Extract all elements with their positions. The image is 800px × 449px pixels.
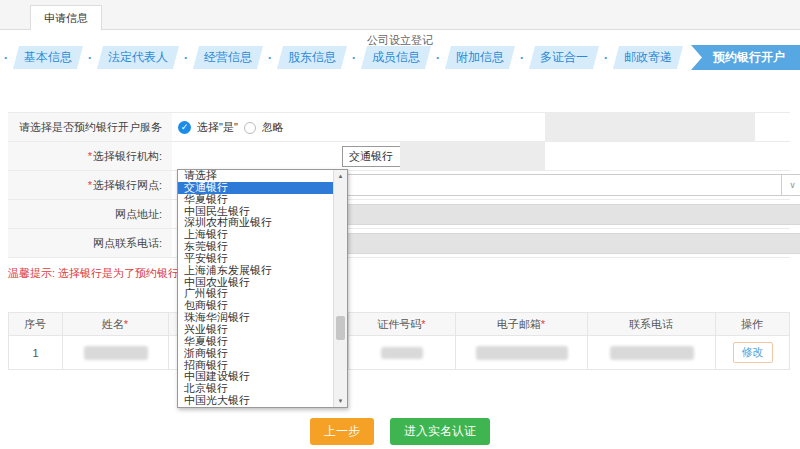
realname-auth-button[interactable]: 进入实名认证 bbox=[390, 418, 490, 445]
label-text: 请选择是否预约银行开户服务 bbox=[19, 121, 162, 133]
label-text: 选择银行机构: bbox=[93, 150, 162, 162]
bank-org-selected-value: 交通银行 bbox=[349, 150, 393, 162]
page: 申请信息 公司设立登记 · 基本信息 · 法定代表人 · 经营信息 · 股东信息… bbox=[0, 0, 800, 449]
label-text: 选择银行网点: bbox=[93, 179, 162, 191]
step-item-active[interactable]: 预约银行开户 bbox=[691, 45, 800, 70]
bank-option[interactable]: 广州银行 bbox=[178, 288, 333, 300]
bank-option[interactable]: 上海浦东发展银行 bbox=[178, 265, 333, 277]
bank-branch-label: *选择银行网点: bbox=[8, 171, 172, 199]
header-text: 操作 bbox=[741, 317, 763, 332]
scroll-up-icon[interactable]: ▲ bbox=[334, 170, 347, 182]
step-item[interactable]: 多证合一 bbox=[529, 46, 599, 69]
header-action: 操作 bbox=[716, 313, 789, 335]
step-item[interactable]: 基本信息 bbox=[13, 46, 83, 69]
bank-option[interactable]: 华夏银行 bbox=[178, 194, 333, 206]
cell-id-number bbox=[349, 336, 456, 369]
bank-reservation-form: 请选择是否预约银行开户服务 ✓ 选择"是" 忽略 *选择银行机构: 交通银行 ▼ bbox=[8, 112, 790, 258]
header-email: 电子邮箱* bbox=[456, 313, 588, 335]
header-text: 姓名 bbox=[102, 317, 124, 332]
bottom-actions: 上一步 进入实名认证 bbox=[0, 418, 800, 445]
cell-index: 1 bbox=[9, 336, 63, 369]
chevron-down-icon[interactable]: ∨ bbox=[781, 175, 800, 195]
members-table: 序号 姓名* 证件号码* 电子邮箱* 联系电话 操作 1 修改 bbox=[8, 312, 790, 370]
bank-option[interactable]: 北京银行 bbox=[178, 383, 333, 395]
header-text: 电子邮箱 bbox=[497, 317, 541, 332]
required-mark: * bbox=[541, 318, 545, 330]
form-row-bank-branch: *选择银行网点: ∨ bbox=[8, 171, 790, 200]
radio-yes-checked-icon[interactable]: ✓ bbox=[178, 121, 191, 134]
step-separator: · bbox=[184, 51, 188, 65]
bank-option[interactable]: 中国农业银行 bbox=[178, 277, 333, 289]
cell-action: 修改 bbox=[716, 336, 789, 369]
bank-option[interactable]: 深圳农村商业银行 bbox=[178, 217, 333, 229]
bank-option[interactable]: 请选择 bbox=[178, 170, 333, 182]
header-text: 联系电话 bbox=[629, 317, 673, 332]
bank-option[interactable]: 华夏银行 bbox=[178, 336, 333, 348]
tab-application-info[interactable]: 申请信息 bbox=[30, 5, 102, 31]
bank-option[interactable]: 兴业银行 bbox=[178, 324, 333, 336]
bank-option[interactable]: 珠海华润银行 bbox=[178, 312, 333, 324]
bank-org-label: *选择银行机构: bbox=[8, 142, 172, 170]
bank-option[interactable]: 招商银行 bbox=[178, 360, 333, 372]
bank-option[interactable]: 交通银行 bbox=[178, 182, 333, 194]
step-separator: · bbox=[520, 51, 524, 65]
form-row-service: 请选择是否预约银行开户服务 ✓ 选择"是" 忽略 bbox=[8, 113, 790, 142]
step-separator: · bbox=[436, 51, 440, 65]
cell-email bbox=[456, 336, 588, 369]
step-item[interactable]: 附加信息 bbox=[445, 46, 515, 69]
bank-option[interactable]: 上海银行 bbox=[178, 229, 333, 241]
label-text: 网点联系电话: bbox=[93, 237, 162, 249]
step-separator: · bbox=[352, 51, 356, 65]
bank-option[interactable]: 中国建设银行 bbox=[178, 371, 333, 383]
radio-ignore-label: 忽略 bbox=[262, 120, 284, 135]
empty-cell bbox=[400, 142, 545, 170]
redacted-phone bbox=[610, 346, 694, 360]
step-separator: · bbox=[268, 51, 272, 65]
header-index: 序号 bbox=[9, 313, 63, 335]
header-text: 序号 bbox=[24, 317, 46, 332]
scroll-down-icon[interactable]: ▼ bbox=[334, 395, 347, 407]
step-list: · 基本信息 · 法定代表人 · 经营信息 · 股东信息 · 成员信息 · 附加… bbox=[0, 46, 683, 69]
bank-options-list: 请选择 交通银行 华夏银行 中国民生银行 深圳农村商业银行 上海银行 东莞银行 … bbox=[178, 170, 333, 407]
step-item[interactable]: 法定代表人 bbox=[97, 46, 179, 69]
previous-step-button[interactable]: 上一步 bbox=[310, 418, 374, 445]
branch-phone-input-disabled bbox=[342, 233, 800, 254]
header-phone: 联系电话 bbox=[588, 313, 716, 335]
bank-option[interactable]: 中国光大银行 bbox=[178, 395, 333, 407]
dropdown-scrollbar[interactable]: ▲ ▼ bbox=[333, 170, 347, 407]
row-index: 1 bbox=[32, 347, 38, 359]
bank-branch-combobox[interactable]: ∨ bbox=[342, 174, 800, 196]
modify-button[interactable]: 修改 bbox=[733, 342, 773, 363]
step-item[interactable]: 经营信息 bbox=[193, 46, 263, 69]
scrollbar-thumb[interactable] bbox=[336, 316, 345, 340]
step-nav: · 基本信息 · 法定代表人 · 经营信息 · 股东信息 · 成员信息 · 附加… bbox=[0, 45, 800, 70]
form-row-branch-phone: 网点联系电话: bbox=[8, 229, 790, 258]
redacted-email bbox=[476, 346, 568, 360]
bank-option[interactable]: 中国民生银行 bbox=[178, 206, 333, 218]
form-row-branch-address: 网点地址: bbox=[8, 200, 790, 229]
header-id-number: 证件号码* bbox=[349, 313, 456, 335]
branch-address-input-disabled bbox=[342, 204, 800, 225]
bank-option[interactable]: 浙商银行 bbox=[178, 348, 333, 360]
bank-option[interactable]: 东莞银行 bbox=[178, 241, 333, 253]
step-item[interactable]: 股东信息 bbox=[277, 46, 347, 69]
radio-ignore-icon[interactable] bbox=[244, 122, 256, 134]
step-item[interactable]: 邮政寄递 bbox=[613, 46, 683, 69]
bank-branch-input[interactable] bbox=[343, 175, 781, 195]
cell-phone bbox=[588, 336, 716, 369]
step-item[interactable]: 成员信息 bbox=[361, 46, 431, 69]
bank-dropdown: 请选择 交通银行 华夏银行 中国民生银行 深圳农村商业银行 上海银行 东莞银行 … bbox=[177, 169, 348, 408]
step-separator: · bbox=[88, 51, 92, 65]
radio-yes-label: 选择"是" bbox=[197, 120, 238, 135]
empty-cell bbox=[545, 113, 755, 141]
header-name: 姓名* bbox=[63, 313, 169, 335]
bank-option[interactable]: 包商银行 bbox=[178, 300, 333, 312]
required-mark: * bbox=[421, 318, 425, 330]
bank-option[interactable]: 平安银行 bbox=[178, 253, 333, 265]
tab-strip: 申请信息 bbox=[0, 0, 800, 30]
table-row: 1 修改 bbox=[9, 335, 789, 369]
branch-address-label: 网点地址: bbox=[8, 200, 172, 228]
step-separator: · bbox=[4, 51, 8, 65]
redacted-name bbox=[84, 346, 148, 360]
header-text: 证件号码 bbox=[377, 317, 421, 332]
